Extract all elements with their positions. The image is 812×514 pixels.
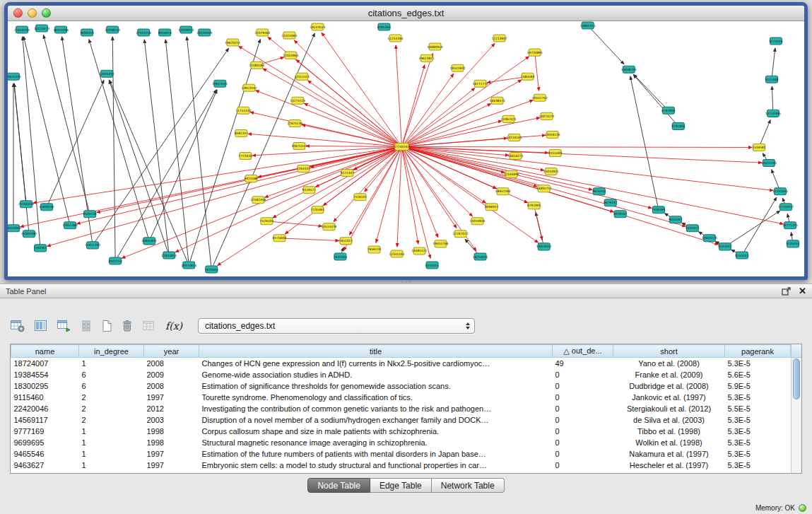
graph-node[interactable]: 10645120 [702,235,717,242]
graph-node[interactable]: 19541832 [450,64,466,71]
graph-node[interactable]: 9245012 [718,243,731,250]
graph-node[interactable]: 14625193 [761,160,777,167]
table-row[interactable]: 1872400712008Changes of HCN gene express… [11,358,791,369]
graph-node[interactable]: 9245014 [786,240,799,247]
graph-node[interactable]: 8581357 [235,129,248,136]
graph-node[interactable]: 9674459 [592,188,606,195]
graph-node[interactable]: 12767072 [453,230,469,238]
table-row[interactable]: 2242004622012Investigating the contribut… [11,403,791,414]
table-row[interactable]: 1938455462009Genome-wide association stu… [11,369,791,380]
graph-node[interactable]: 16771325 [782,222,798,229]
graph-node[interactable]: 9024501 [669,216,682,223]
graph-node[interactable]: 30671413 [291,142,307,149]
table-scrollbar[interactable] [791,358,801,473]
graph-node[interactable]: 17745012 [778,204,794,211]
graph-node[interactable]: 11254394 [388,35,404,42]
graph-node[interactable]: 11067425 [501,115,517,122]
graph-node[interactable]: 22675134 [287,119,302,127]
graph-node[interactable]: 21618104 [14,26,30,33]
graph-node[interactable]: 20358143 [105,26,120,33]
graph-node[interactable]: 13216165 [507,134,522,141]
graph-node[interactable]: 19143509 [196,29,212,36]
graph-node[interactable]: 22079460 [254,29,270,36]
graph-node[interactable]: 16616275 [508,153,524,160]
graph-node[interactable]: 16771774 [473,80,488,87]
graph-node[interactable]: 19734893 [527,49,543,56]
graph-node[interactable]: 19053012 [536,243,552,250]
graph-node[interactable]: 9171347 [341,170,354,177]
graph-node[interactable]: 9127448 [765,76,778,83]
graph-node[interactable]: 13913550 [241,84,257,91]
network-canvas[interactable]: 2161810416113473184150969694559203581431… [8,21,804,276]
table-row[interactable]: 911546021997Tourette syndrome. Phenomeno… [11,392,791,403]
table-row[interactable]: 946554611997Estimation of the future num… [11,448,791,460]
column-header-year[interactable]: year [144,345,199,358]
graph-node[interactable]: 16481521 [412,247,428,255]
graph-node[interactable]: 13016126 [545,131,560,138]
graph-node[interactable]: 8791906 [671,122,685,129]
float-panel-icon[interactable] [782,287,792,296]
graph-node[interactable]: 22415060 [281,32,297,39]
column-header-title[interactable]: title [199,345,553,358]
tab-network-table[interactable]: Network Table [432,478,505,493]
graph-node[interactable]: 9245013 [735,252,748,259]
graph-node[interactable]: 11544696 [504,171,519,178]
graph-node[interactable]: 21751410 [235,107,251,114]
graph-node[interactable]: 12213907 [492,35,507,42]
graph-node[interactable]: 9245015 [425,262,439,269]
graph-node[interactable]: 7625404 [205,266,218,273]
create-column-icon[interactable] [57,319,72,333]
zoom-window-button[interactable] [42,8,51,18]
delete-columns-icon[interactable] [80,319,93,333]
graph-node[interactable]: 8791905 [527,202,541,209]
graph-node[interactable]: 15054921 [543,168,559,175]
graph-node[interactable]: 12024960 [283,52,298,59]
graph-node[interactable]: 20631035 [8,73,21,80]
graph-node[interactable]: 14275125 [290,97,305,104]
column-header-pagerank[interactable]: pagerank [725,345,791,358]
graph-node[interactable]: 8096957 [485,204,498,211]
column-header-in_degree[interactable]: in_degree [79,345,144,358]
graph-node[interactable]: 19375614 [181,262,196,269]
graph-node[interactable]: 18415096 [53,26,69,33]
graph-node[interactable]: 9024586 [245,175,258,182]
graph-node[interactable]: 7526104 [260,218,273,225]
graph-node[interactable]: 8501253 [109,257,122,264]
graph-node[interactable]: 15305090 [21,230,37,238]
show-columns-icon[interactable] [33,319,49,333]
graph-node[interactable]: 14892315 [580,22,596,29]
tab-node-table[interactable]: Node Table [307,478,370,493]
graph-node[interactable]: 16648794 [621,66,637,73]
minimize-window-button[interactable] [28,8,37,18]
graph-node[interactable]: 9445012 [686,225,699,232]
table-row[interactable]: 977716911998Corpus callosum shape and si… [11,426,791,437]
graph-node[interactable]: 12103454 [772,188,788,195]
graph-node[interactable]: 22631051 [99,70,114,77]
graph-node[interactable]: 9694559 [81,29,94,36]
graph-node[interactable]: 9274459 [769,37,782,45]
graph-node[interactable]: 16638573 [490,97,505,104]
graph-node[interactable]: 9505136 [83,211,97,218]
network-window-titlebar[interactable]: citations_edges.txt [8,6,804,21]
table-row[interactable]: 946362711997Embryonic stem cells: a mode… [11,460,791,471]
graph-node[interactable]: 12029453 [178,26,194,33]
table-row[interactable]: 1456911722003Disruption of a novel membe… [11,414,791,426]
graph-node[interactable]: 7936394 [652,206,665,214]
graph-node[interactable]: 12511521 [294,73,310,80]
graph-node[interactable]: 19613821 [419,54,435,62]
graph-node[interactable]: 8979197 [613,211,627,218]
graph-node[interactable]: 10551743 [532,94,548,101]
graph-node[interactable]: 19053003 [8,225,21,232]
graph-node[interactable]: 25260056 [18,201,34,208]
graph-node[interactable]: 20845831 [141,238,157,245]
table-mode-icon[interactable] [10,319,25,333]
table-row[interactable]: 1830029562008Estimation of significance … [11,380,791,392]
graph-node[interactable]: 7656126 [367,246,381,253]
graph-node[interactable]: 19143543 [310,23,325,30]
graph-node[interactable]: 8575608 [273,235,286,242]
graph-node[interactable]: 9119571 [302,187,316,194]
new-file-icon[interactable] [100,319,113,333]
graph-node[interactable]: 7526101 [353,194,367,201]
graph-node[interactable]: 19620251 [225,39,240,46]
tab-edge-table[interactable]: Edge Table [370,478,432,493]
